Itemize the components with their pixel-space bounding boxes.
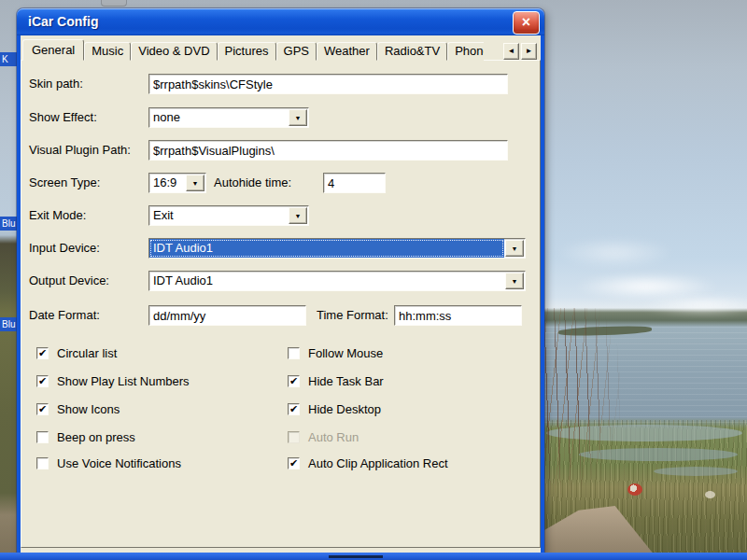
close-icon: × bbox=[522, 14, 530, 30]
check-icon: ✔ bbox=[289, 404, 298, 414]
time-format-input[interactable] bbox=[394, 305, 522, 326]
checkbox-box[interactable]: ✔ bbox=[36, 375, 49, 387]
chevron-down-icon: ▼ bbox=[295, 115, 302, 121]
tab-phone-con[interactable]: Phone Con bbox=[447, 42, 484, 61]
tab-scroll-right-button[interactable]: ► bbox=[521, 43, 537, 60]
general-tab-panel: Skin path: Show Effect: none ▼ Visual Pl… bbox=[21, 60, 541, 548]
input-device-dropdown[interactable]: IDT Audio1 ▼ bbox=[148, 238, 526, 259]
tab-radio-tv[interactable]: Radio&TV bbox=[377, 42, 447, 61]
trash-spot bbox=[627, 483, 642, 496]
tab-strip: GeneralMusicVideo & DVDPicturesGPSWeathe… bbox=[22, 39, 484, 61]
screen-type-label: Screen Type: bbox=[29, 175, 100, 189]
date-format-label: Date Format: bbox=[29, 308, 100, 322]
checkbox-label: Beep on press bbox=[57, 430, 135, 444]
output-device-label: Output Device: bbox=[29, 273, 109, 287]
skin-path-input[interactable] bbox=[148, 74, 508, 94]
cloud bbox=[557, 238, 673, 268]
checkbox-box[interactable]: ✔ bbox=[288, 457, 300, 469]
exit-mode-dropdown[interactable]: Exit ▼ bbox=[148, 205, 309, 226]
checkbox-box[interactable]: ✔ bbox=[36, 431, 49, 443]
checkbox-use-voice-notifications[interactable]: ✔ Use Voice Notifications bbox=[36, 456, 181, 470]
checkbox-box[interactable]: ✔ bbox=[36, 457, 49, 469]
checkbox-show-icons[interactable]: ✔ Show Icons bbox=[36, 402, 120, 416]
dropdown-button[interactable]: ▼ bbox=[289, 207, 307, 224]
close-button[interactable]: × bbox=[513, 11, 540, 35]
scroll-right-icon: ► bbox=[526, 47, 533, 55]
checkbox-label: Show Icons bbox=[57, 402, 120, 416]
checkbox-box[interactable]: ✔ bbox=[288, 375, 300, 387]
marsh-pool bbox=[654, 467, 738, 476]
chevron-down-icon: ▼ bbox=[192, 180, 199, 187]
checkbox-label: Circular list bbox=[57, 346, 117, 360]
checkbox-label: Auto Clip Application Rect bbox=[308, 456, 448, 470]
desktop-icon-label[interactable]: Blu bbox=[0, 317, 18, 331]
checkbox-circular-list[interactable]: ✔ Circular list bbox=[36, 346, 117, 360]
desktop-left-sliver: K Blu Blu bbox=[0, 0, 17, 560]
autohide-time-label: Autohide time: bbox=[214, 175, 291, 189]
screen-type-value: 16:9 bbox=[149, 174, 185, 192]
check-icon: ✔ bbox=[38, 348, 47, 358]
checkbox-label: Auto Run bbox=[308, 430, 359, 444]
checkbox-label: Hide Desktop bbox=[308, 402, 381, 416]
check-icon: ✔ bbox=[289, 458, 298, 469]
skin-path-label: Skin path: bbox=[29, 77, 83, 91]
trash-spot bbox=[705, 491, 715, 498]
checkbox-beep-on-press[interactable]: ✔ Beep on press bbox=[36, 430, 135, 444]
tab-gps[interactable]: GPS bbox=[276, 42, 317, 61]
check-icon: ✔ bbox=[289, 376, 298, 386]
checkbox-hide-task-bar[interactable]: ✔ Hide Task Bar bbox=[288, 374, 384, 388]
window-title: iCar Config bbox=[28, 14, 98, 29]
show-effect-value: none bbox=[149, 108, 288, 127]
checkbox-show-play-list-numbers[interactable]: ✔ Show Play List Numbers bbox=[36, 374, 190, 388]
checkbox-box: ✔ bbox=[288, 431, 300, 443]
tab-video-dvd[interactable]: Video & DVD bbox=[131, 42, 217, 61]
checkbox-label: Follow Mouse bbox=[308, 346, 383, 360]
exit-mode-label: Exit Mode: bbox=[29, 208, 86, 222]
desktop-icon-label[interactable]: K bbox=[0, 52, 18, 66]
icar-config-dialog: iCar Config × GeneralMusicVideo & DVDPic… bbox=[17, 8, 544, 553]
check-icon: ✔ bbox=[38, 404, 47, 414]
chevron-down-icon: ▼ bbox=[512, 278, 518, 285]
dropdown-button[interactable]: ▼ bbox=[186, 175, 204, 191]
scroll-left-icon: ◄ bbox=[508, 47, 515, 55]
tab-pictures[interactable]: Pictures bbox=[218, 42, 276, 61]
time-format-label: Time Format: bbox=[317, 308, 388, 322]
autohide-time-input[interactable] bbox=[323, 173, 386, 193]
window-fragment bbox=[101, 0, 127, 7]
checkbox-label: Hide Task Bar bbox=[308, 374, 384, 388]
checkbox-box[interactable]: ✔ bbox=[288, 403, 300, 415]
cloud bbox=[642, 295, 747, 315]
dropdown-button[interactable]: ▼ bbox=[505, 273, 524, 289]
visual-plugin-path-input[interactable] bbox=[148, 140, 508, 161]
checkbox-box[interactable]: ✔ bbox=[36, 403, 49, 415]
checkbox-hide-desktop[interactable]: ✔ Hide Desktop bbox=[288, 402, 381, 416]
tab-music[interactable]: Music bbox=[84, 42, 131, 61]
screen-type-dropdown[interactable]: 16:9 ▼ bbox=[148, 173, 206, 193]
show-effect-label: Show Effect: bbox=[29, 110, 97, 124]
show-effect-dropdown[interactable]: none ▼ bbox=[148, 107, 309, 128]
checkbox-box[interactable]: ✔ bbox=[288, 347, 300, 359]
tab-scroll-buttons: ◄ ► bbox=[503, 43, 537, 60]
tab-scroll-left-button[interactable]: ◄ bbox=[503, 43, 519, 60]
output-device-dropdown[interactable]: IDT Audio1 ▼ bbox=[148, 271, 526, 291]
checkbox-auto-clip-application-rect[interactable]: ✔ Auto Clip Application Rect bbox=[288, 456, 448, 470]
date-format-input[interactable] bbox=[148, 305, 306, 326]
tab-weather[interactable]: Weather bbox=[317, 42, 377, 61]
tab-general[interactable]: General bbox=[22, 39, 84, 61]
checkbox-box[interactable]: ✔ bbox=[36, 347, 49, 359]
desktop-icon-label[interactable]: Blu bbox=[0, 217, 18, 231]
checkbox-follow-mouse[interactable]: ✔ Follow Mouse bbox=[288, 346, 383, 360]
dropdown-button[interactable]: ▼ bbox=[289, 109, 307, 126]
chevron-down-icon: ▼ bbox=[512, 245, 518, 252]
input-device-value: IDT Audio1 bbox=[149, 239, 504, 258]
title-bar[interactable]: iCar Config × bbox=[17, 8, 544, 35]
exit-mode-value: Exit bbox=[149, 206, 288, 225]
chevron-down-icon: ▼ bbox=[295, 213, 302, 219]
taskbar-dash bbox=[329, 555, 383, 558]
visual-plugin-path-label: Visual Plugin Path: bbox=[29, 143, 131, 157]
input-device-label: Input Device: bbox=[29, 241, 100, 255]
taskbar-edge[interactable] bbox=[0, 553, 747, 560]
dropdown-button[interactable]: ▼ bbox=[505, 240, 524, 257]
checkbox-auto-run: ✔ Auto Run bbox=[288, 430, 359, 444]
output-device-value: IDT Audio1 bbox=[149, 272, 504, 290]
